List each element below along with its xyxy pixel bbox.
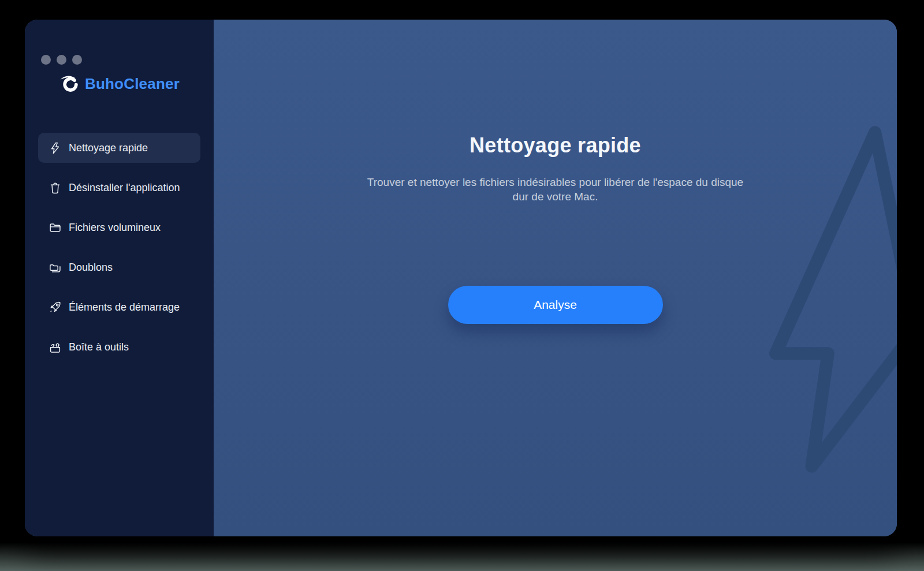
toolbox-icon [49, 341, 62, 354]
zoom-button[interactable] [72, 55, 82, 65]
rocket-icon [49, 301, 62, 314]
subtitle-line-2: dur de votre Mac. [214, 189, 897, 204]
sidebar-item-label: Doublons [69, 262, 113, 274]
lightning-icon [49, 141, 62, 155]
app-logo: BuhoCleaner [25, 73, 214, 94]
app-window: BuhoCleaner Nettoyage rapide [25, 20, 897, 536]
sidebar-item-desinstaller-application[interactable]: Désinstaller l'application [38, 173, 200, 203]
sidebar-item-elements-demarrage[interactable]: Éléments de démarrage [38, 292, 200, 322]
sidebar: BuhoCleaner Nettoyage rapide [25, 20, 214, 536]
folder-icon [49, 221, 62, 234]
trash-icon [49, 181, 62, 195]
analyze-button[interactable]: Analyse [448, 286, 663, 324]
traffic-lights [41, 55, 82, 65]
sidebar-item-boite-outils[interactable]: Boîte à outils [38, 332, 200, 362]
sidebar-item-label: Boîte à outils [69, 341, 129, 353]
main-content: Nettoyage rapide Trouver et nettoyer les… [214, 20, 897, 204]
subtitle-line-1: Trouver et nettoyer les fichiers indésir… [214, 175, 897, 189]
minimize-button[interactable] [57, 55, 66, 65]
sidebar-item-label: Éléments de démarrage [69, 301, 180, 314]
sidebar-item-nettoyage-rapide[interactable]: Nettoyage rapide [38, 133, 200, 163]
page-title: Nettoyage rapide [214, 133, 897, 158]
sidebar-nav: Nettoyage rapide Désinstaller l'applicat… [38, 133, 200, 372]
sidebar-item-label: Fichiers volumineux [69, 222, 161, 234]
sidebar-item-label: Désinstaller l'application [69, 182, 180, 194]
buhocleaner-logo-icon [59, 73, 80, 94]
duplicate-folders-icon [49, 261, 62, 274]
page-subtitle: Trouver et nettoyer les fichiers indésir… [214, 175, 897, 204]
main-panel: Nettoyage rapide Trouver et nettoyer les… [214, 20, 897, 536]
sidebar-item-label: Nettoyage rapide [69, 142, 148, 154]
close-button[interactable] [41, 55, 51, 65]
app-title: BuhoCleaner [85, 75, 180, 93]
sidebar-item-fichiers-volumineux[interactable]: Fichiers volumineux [38, 212, 200, 242]
sidebar-item-doublons[interactable]: Doublons [38, 252, 200, 282]
